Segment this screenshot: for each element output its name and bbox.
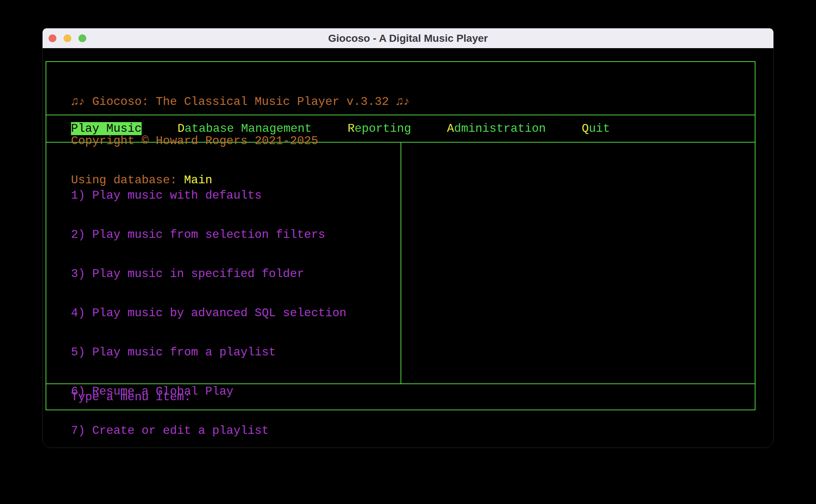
traffic-lights [49, 28, 86, 48]
menu-option-3[interactable]: 3) Play music in specified folder [71, 267, 401, 280]
accel-letter: D [177, 122, 185, 135]
accel-letter: A [447, 122, 454, 135]
detail-panel [401, 143, 755, 383]
menu-tab-database-management[interactable]: Database Management [177, 122, 312, 135]
close-button[interactable] [49, 34, 56, 42]
main-area: 1) Play music with defaults 2) Play musi… [46, 143, 755, 383]
accel-letter: Q [582, 122, 589, 135]
menu-option-1[interactable]: 1) Play music with defaults [71, 189, 401, 202]
menu-option-4[interactable]: 4) Play music by advanced SQL selection [71, 307, 401, 320]
menu-tab-quit[interactable]: Quit [582, 122, 610, 135]
menu-tab-reporting[interactable]: Reporting [347, 122, 411, 135]
window-title: Giocoso - A Digital Music Player [43, 32, 773, 44]
menu-option-7[interactable]: 7) Create or edit a playlist [71, 424, 401, 437]
minimize-button[interactable] [64, 34, 71, 42]
app-header: ♫♪ Giocoso: The Classical Music Player v… [46, 62, 755, 115]
menu-option-5[interactable]: 5) Play music from a playlist [71, 346, 401, 359]
giocoso-frame: ♫♪ Giocoso: The Classical Music Player v… [46, 61, 755, 410]
play-menu-panel: 1) Play music with defaults 2) Play musi… [46, 143, 401, 383]
accel-letter: R [347, 122, 355, 135]
prompt-label: Type a menu item: [71, 391, 191, 404]
menu-option-2[interactable]: 2) Play music from selection filters [71, 228, 401, 241]
menu-tab-play-music[interactable]: Play Music [71, 122, 142, 135]
zoom-button[interactable] [78, 34, 86, 42]
terminal-screen: ♫♪ Giocoso: The Classical Music Player v… [43, 48, 773, 448]
titlebar[interactable]: Giocoso - A Digital Music Player [43, 28, 773, 48]
app-window: Giocoso - A Digital Music Player ♫♪ Gioc… [42, 28, 774, 448]
app-title-line: ♫♪ Giocoso: The Classical Music Player v… [71, 95, 755, 108]
menu-tab-administration[interactable]: Administration [447, 122, 546, 135]
